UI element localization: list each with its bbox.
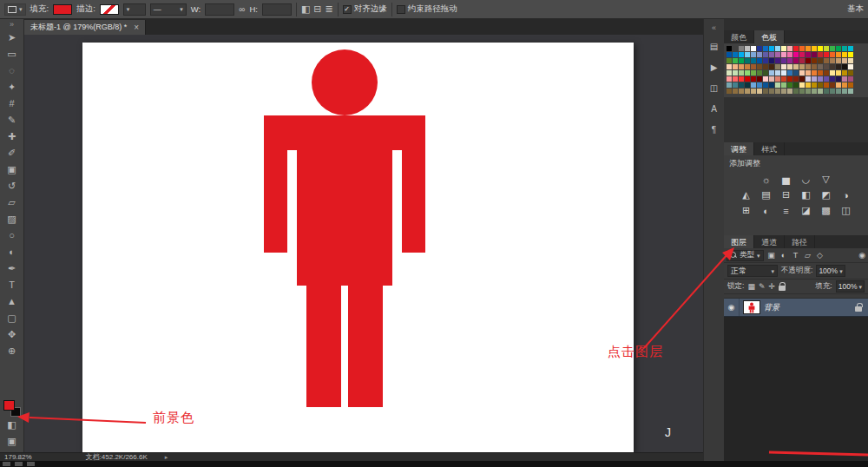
color-swatch[interactable] xyxy=(769,82,774,88)
color-swatch[interactable] xyxy=(739,76,744,82)
color-swatch[interactable] xyxy=(769,76,774,82)
color-swatch[interactable] xyxy=(763,89,768,94)
color-swatch[interactable] xyxy=(727,52,732,57)
color-swatch[interactable] xyxy=(733,82,738,88)
pen-tool[interactable]: ✒ xyxy=(2,260,23,277)
color-swatch[interactable] xyxy=(745,46,750,51)
color-swatch[interactable] xyxy=(787,46,792,51)
color-swatch[interactable] xyxy=(848,52,853,57)
color-swatch[interactable] xyxy=(824,76,829,82)
color-swatch[interactable] xyxy=(812,58,817,63)
color-swatch[interactable] xyxy=(848,76,853,82)
color-swatch[interactable] xyxy=(769,52,774,57)
color-swatch[interactable] xyxy=(793,70,799,76)
color-swatch[interactable] xyxy=(842,82,847,88)
color-swatch[interactable] xyxy=(745,82,750,88)
color-swatch[interactable] xyxy=(812,76,817,82)
color-swatch[interactable] xyxy=(757,58,762,63)
color-swatch[interactable] xyxy=(806,76,811,82)
canvas[interactable] xyxy=(82,43,634,452)
foreground-color-swatch[interactable] xyxy=(3,400,15,411)
color-swatch[interactable] xyxy=(775,82,780,88)
color-swatch[interactable] xyxy=(745,70,750,76)
eraser-tool[interactable]: ▱ xyxy=(2,194,23,211)
color-swatch[interactable] xyxy=(733,46,738,51)
color-swatch[interactable] xyxy=(818,76,823,82)
color-swatch[interactable] xyxy=(836,70,841,76)
color-swatch[interactable] xyxy=(757,64,762,69)
color-swatch[interactable] xyxy=(787,76,792,82)
color-swatch[interactable] xyxy=(745,52,750,57)
color-swatch[interactable] xyxy=(806,58,811,63)
color-swatch[interactable] xyxy=(757,82,762,88)
color-swatch[interactable] xyxy=(824,89,829,94)
move-tool[interactable]: ➤ xyxy=(2,30,23,46)
color-swatch[interactable] xyxy=(733,70,738,76)
color-swatch[interactable] xyxy=(775,52,780,57)
stroke-type-select[interactable]: — ▾ xyxy=(150,3,187,16)
color-swatch[interactable] xyxy=(787,70,792,76)
color-swatch[interactable] xyxy=(842,46,847,51)
color-swatch[interactable] xyxy=(848,89,853,94)
vibrance-icon[interactable]: ◭ xyxy=(740,188,753,201)
color-swatch[interactable] xyxy=(812,46,817,51)
layer-thumbnail[interactable] xyxy=(744,301,760,313)
color-swatch[interactable] xyxy=(793,89,799,94)
color-swatch[interactable] xyxy=(793,76,799,82)
color-swatch[interactable] xyxy=(806,82,811,88)
color-swatch[interactable] xyxy=(775,70,780,76)
color-swatch[interactable] xyxy=(739,52,744,57)
color-swatch[interactable] xyxy=(848,58,853,63)
color-swatch[interactable] xyxy=(787,52,792,57)
color-swatch[interactable] xyxy=(842,52,847,57)
link-dimensions-icon[interactable]: ∞ xyxy=(239,5,245,14)
color-swatch[interactable] xyxy=(787,64,792,69)
color-swatch[interactable] xyxy=(781,82,786,88)
color-swatch[interactable] xyxy=(751,89,756,94)
color-swatch[interactable] xyxy=(799,58,805,63)
type-tool[interactable]: T xyxy=(2,277,23,293)
crop-tool[interactable]: # xyxy=(2,95,23,112)
filter-smart-objects-icon[interactable]: ◇ xyxy=(815,250,825,261)
color-swatch[interactable] xyxy=(763,52,768,57)
stroke-width-select[interactable]: ▾ xyxy=(123,3,146,16)
color-swatch[interactable] xyxy=(818,52,823,57)
color-swatch[interactable] xyxy=(824,82,829,88)
history-brush-tool[interactable]: ↺ xyxy=(2,178,23,194)
color-swatch[interactable] xyxy=(806,64,811,69)
color-swatch[interactable] xyxy=(818,64,823,69)
color-swatch[interactable] xyxy=(781,58,786,63)
fill-color-swatch[interactable] xyxy=(53,4,72,15)
filter-adjustment-layers-icon[interactable]: ◐ xyxy=(779,250,789,261)
color-swatch[interactable] xyxy=(812,52,817,57)
invert-icon[interactable]: ◐ xyxy=(760,204,773,217)
color-swatch[interactable] xyxy=(769,70,774,76)
color-swatch[interactable] xyxy=(806,89,811,94)
history-panel-icon[interactable]: ▤ xyxy=(707,40,722,52)
color-swatch[interactable] xyxy=(787,82,792,88)
color-swatch[interactable] xyxy=(739,58,744,63)
color-swatch[interactable] xyxy=(727,76,732,82)
color-swatch[interactable] xyxy=(727,82,732,88)
color-swatch[interactable] xyxy=(751,52,756,57)
color-swatch[interactable] xyxy=(799,82,805,88)
color-swatch[interactable] xyxy=(830,76,835,82)
color-swatch[interactable] xyxy=(799,46,805,51)
tab-adjustments[interactable]: 调整 xyxy=(724,142,754,155)
canvas-area[interactable]: J xyxy=(24,35,703,452)
color-swatch[interactable] xyxy=(830,58,835,63)
tab-paths[interactable]: 路径 xyxy=(785,235,815,248)
color-swatch[interactable] xyxy=(775,89,780,94)
color-swatch[interactable] xyxy=(781,76,786,82)
selective-color-icon[interactable]: ◫ xyxy=(839,204,853,217)
color-swatch[interactable] xyxy=(799,64,805,69)
blur-tool[interactable]: ○ xyxy=(2,227,23,244)
filter-pixel-layers-icon[interactable]: ▣ xyxy=(766,250,777,261)
hue-saturation-icon[interactable]: ▤ xyxy=(760,188,773,201)
color-swatch[interactable] xyxy=(745,64,750,69)
color-swatch[interactable] xyxy=(769,89,774,94)
color-swatch[interactable] xyxy=(836,89,841,94)
gradient-tool[interactable]: ▨ xyxy=(2,211,23,227)
color-swatch[interactable] xyxy=(769,58,774,63)
screen-mode-icon[interactable]: ▣ xyxy=(2,433,23,450)
